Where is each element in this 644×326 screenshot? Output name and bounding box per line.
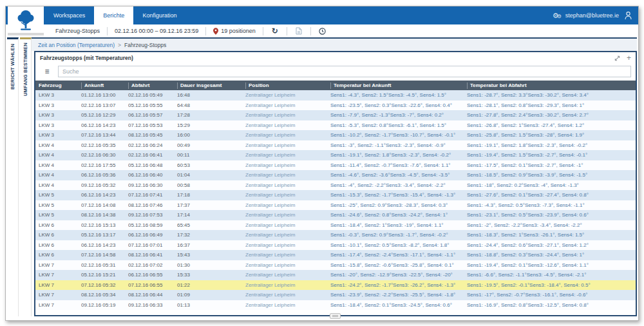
- col-header-fahrzeug[interactable]: Fahrzeug: [39, 82, 81, 89]
- table-row[interactable]: LKW 301.12.16 13:0002.12.16 05:4916:48Ze…: [35, 90, 636, 101]
- cell-ankunft: 06.12.16 14:23: [81, 192, 128, 198]
- cell-ankunft: 05.12.16 12:29: [81, 112, 128, 118]
- table-row[interactable]: LKW 606.12.16 14:2307.12.16 07:0116:37Ze…: [35, 240, 636, 251]
- cell-ankunft: 08.12.16 05:34: [81, 292, 128, 298]
- table-row[interactable]: LKW 708.12.16 05:3408.12.16 06:4401:09Ze…: [35, 290, 636, 300]
- cell-position: Zentrallager Leipheim: [245, 162, 330, 168]
- breadcrumb-link-report-type[interactable]: Zeit an Position (Temperaturen): [38, 42, 115, 48]
- col-header-temp-abfahrt[interactable]: Temperatur bei Abfahrt: [467, 82, 636, 89]
- cell-temp-ankunft: Sens1: -7.9°, Sens2: -1.3°Sens3: -7°, Se…: [330, 112, 467, 118]
- cell-abfahrt: 05.12.16 06:48: [128, 162, 177, 168]
- cell-temp-abfahrt: Sens1: -17°, Sens2: -0.7°Sens3: -16.1°, …: [467, 292, 636, 298]
- history-clock-button[interactable]: [318, 28, 327, 35]
- nav-item-konfiguration[interactable]: Konfiguration: [133, 6, 185, 24]
- cell-dauer: 01:30: [177, 262, 245, 268]
- table-row[interactable]: LKW 507.12.16 14:0808.12.16 07:4617:37Ze…: [35, 200, 636, 211]
- cell-temp-ankunft: Sens1: -15.3°, Sens2: -1.7°Sens3: -15.4°…: [330, 192, 467, 198]
- col-header-abfahrt[interactable]: Abfahrt: [128, 82, 177, 89]
- cell-abfahrt: 07.12.16 06:55: [128, 282, 177, 288]
- cell-position: Zentrallager Leipheim: [245, 212, 330, 218]
- cell-position: Zentrallager Leipheim: [245, 202, 330, 208]
- table-row[interactable]: LKW 705.12.16 15:2106.12.16 06:5515:33Ze…: [35, 270, 636, 280]
- cell-temp-ankunft: Sens1: -4.3°, Sens2: 1.5°Sens3: -4.5°, S…: [330, 92, 467, 98]
- col-header-ankunft[interactable]: Ankunft: [81, 82, 128, 89]
- cell-dauer: 00:58: [177, 182, 245, 188]
- table-row[interactable]: LKW 707.12.16 05:3207.12.16 06:5501:22Ze…: [35, 280, 636, 291]
- cell-fahrzeug: LKW 4: [39, 172, 81, 178]
- table-row[interactable]: LKW 602.12.16 15:1305.12.16 08:5965:45Ze…: [35, 220, 636, 231]
- cell-temp-abfahrt: Sens1: -28.1°, Sens2: 0.8°Sens3: -29.3°,…: [467, 102, 636, 108]
- table-row[interactable]: LKW 302.12.16 13:0705.12.16 05:5564:48Ze…: [35, 101, 636, 111]
- cell-ankunft: 02.12.16 05:35: [81, 142, 128, 148]
- export-document-button[interactable]: [294, 27, 303, 35]
- table-row[interactable]: LKW 406.12.16 05:3606.12.16 06:4001:04Ze…: [35, 170, 636, 180]
- table-row[interactable]: LKW 306.12.16 14:2307.12.16 05:5315:29Ze…: [35, 120, 636, 131]
- cell-ankunft: 09.12.16 05:32: [81, 182, 128, 188]
- cell-position: Zentrallager Leipheim: [245, 182, 330, 188]
- cell-dauer: 01:04: [177, 172, 245, 178]
- table-row[interactable]: LKW 307.12.16 13:4408.12.16 05:4516:00Ze…: [35, 130, 636, 140]
- table-row[interactable]: LKW 605.12.16 13:1706.12.16 06:4917:32Ze…: [35, 230, 636, 240]
- cell-temp-abfahrt: Sens1: -19.5°, Sens2: -0.1°Sens3: -18.4°…: [467, 282, 636, 288]
- cell-temp-ankunft: Sens1: -10.1°, Sens2: 0.5°Sens3: -8.2°, …: [330, 242, 467, 248]
- search-input[interactable]: [58, 66, 631, 77]
- table-row[interactable]: LKW 607.12.16 14:5808.12.16 06:4115:43Ze…: [35, 250, 636, 260]
- expand-icon[interactable]: [614, 55, 621, 62]
- cell-fahrzeug: LKW 7: [39, 292, 81, 298]
- cell-position: Zentrallager Leipheim: [245, 132, 330, 138]
- cell-temp-abfahrt: Sens1: -28.7°, Sens2: 3.3°Sens3: -30.2°,…: [467, 92, 636, 98]
- nav-item-workspaces[interactable]: Workspaces: [44, 6, 94, 24]
- col-header-temp-ankunft[interactable]: Temperatur bei Ankunft: [330, 82, 467, 89]
- positions-count[interactable]: 19 positionen: [221, 28, 256, 34]
- table-row[interactable]: LKW 305.12.16 12:2906.12.16 05:5717:28Ze…: [35, 110, 636, 120]
- cell-position: Zentrallager Leipheim: [245, 262, 330, 268]
- bluetree-logo[interactable]: [8, 6, 44, 33]
- table-body: LKW 301.12.16 13:0002.12.16 05:4916:48Ze…: [35, 90, 636, 310]
- cell-dauer: 00:11: [177, 152, 245, 158]
- cell-fahrzeug: LKW 7: [39, 262, 81, 268]
- table-row[interactable]: LKW 409.12.16 05:3209.12.16 06:3000:58Ze…: [35, 180, 636, 191]
- menu-icon[interactable]: ≡: [40, 66, 54, 77]
- cell-dauer: 17:18: [177, 192, 245, 198]
- cell-temp-ankunft: Sens1: -24.2°, Sens2: -1.7°Sens3: -26.2°…: [330, 282, 467, 288]
- sidebar-tab-bericht-waehlen[interactable]: BERICHT WÄHLEN: [7, 37, 19, 316]
- panel-title: Fahrzeugstopps (mit Temperaturen): [40, 55, 133, 61]
- user-icon[interactable]: [625, 12, 632, 20]
- table-row[interactable]: LKW 402.12.16 05:3502.12.16 06:2400:49Ze…: [35, 140, 636, 151]
- clock-icon: [319, 28, 326, 35]
- sidebar-tab-umfang-bestimmen[interactable]: UMFANG BESTIMMEN: [20, 37, 32, 316]
- cell-ankunft: 07.12.16 13:44: [81, 132, 128, 138]
- cell-ankunft: 06.12.16 14:23: [81, 242, 128, 248]
- table-row[interactable]: LKW 402.12.16 06:3002.12.16 06:4100:11Ze…: [35, 150, 636, 160]
- cell-abfahrt: 06.12.16 06:40: [128, 172, 177, 178]
- stops-table: Fahrzeug Ankunft Abfahrt Dauer insgesamt…: [35, 81, 636, 315]
- table-row[interactable]: LKW 402.12.16 17:5505.12.16 06:4860:53Ze…: [35, 160, 636, 171]
- cell-position: Zentrallager Leipheim: [245, 302, 330, 308]
- settings-gears-icon[interactable]: ⚙⚙: [553, 12, 560, 19]
- panel-resize-handle[interactable]: [330, 313, 341, 319]
- cell-fahrzeug: LKW 5: [39, 192, 81, 198]
- cell-ankunft: 02.12.16 13:07: [81, 102, 128, 108]
- table-row[interactable]: LKW 508.12.16 14:3809.12.16 07:5317:14Ze…: [35, 210, 636, 220]
- add-widget-icon[interactable]: +: [627, 54, 631, 62]
- user-email[interactable]: stephan@bluetree.ie: [565, 12, 619, 19]
- cell-ankunft: 09.12.16 05:19: [81, 302, 128, 308]
- panel-header: Fahrzeugstopps (mit Temperaturen) +: [35, 52, 636, 64]
- table-row[interactable]: LKW 709.12.16 05:1909.12.16 06:3301:13Ze…: [35, 300, 636, 311]
- map-pin-icon: [213, 28, 218, 35]
- cell-temp-abfahrt: Sens1: -25.8°, Sens2: 1.5°Sens3: -28°, S…: [467, 132, 636, 138]
- date-range[interactable]: 02.12.16 00:00 – 09.12.16 23:59: [115, 28, 198, 34]
- cell-ankunft: 07.12.16 14:08: [81, 202, 128, 208]
- cell-fahrzeug: LKW 7: [39, 272, 81, 278]
- cell-fahrzeug: LKW 6: [39, 252, 81, 258]
- cell-abfahrt: 09.12.16 07:53: [128, 212, 177, 218]
- col-header-dauer[interactable]: Dauer insgesamt: [177, 82, 245, 89]
- cell-temp-ankunft: Sens1: -18.4°, Sens2: 0.1°Sens3: -24.5°,…: [330, 302, 467, 308]
- cell-temp-ankunft: Sens1: -4°, Sens2: -2.2°Sens3: -3.4°, Se…: [330, 182, 467, 188]
- table-row[interactable]: LKW 702.12.16 05:3102.12.16 07:0201:30Ze…: [35, 260, 636, 271]
- cell-ankunft: 02.12.16 15:13: [81, 222, 128, 228]
- nav-item-berichte[interactable]: Berichte: [94, 6, 133, 24]
- table-row[interactable]: LKW 506.12.16 14:2307.12.16 07:4117:18Ze…: [35, 190, 636, 200]
- refresh-button[interactable]: ↻: [270, 27, 279, 35]
- col-header-position[interactable]: Position: [245, 82, 330, 89]
